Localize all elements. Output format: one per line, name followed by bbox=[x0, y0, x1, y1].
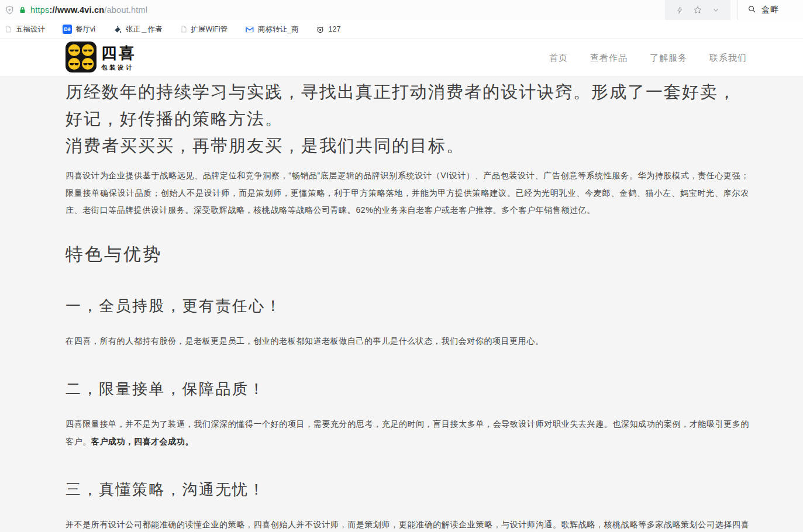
url-host: ://www.4vi.cn bbox=[49, 5, 104, 15]
paint-bucket-icon bbox=[113, 25, 122, 34]
url-text[interactable]: https://www.4vi.cn/about.html bbox=[30, 5, 147, 15]
bookmark-wufu-design[interactable]: 五福设计 bbox=[5, 25, 45, 34]
feature-section-3: 三，真懂策略，沟通无忧！ 并不是所有设计公司都能准确的读懂企业的策略，四喜创始人… bbox=[66, 479, 749, 532]
chevron-down-icon[interactable] bbox=[712, 6, 720, 14]
browser-search-box[interactable]: 盒畔 bbox=[737, 0, 803, 20]
feature-heading-1: 一，全员持股，更有责任心！ bbox=[66, 296, 749, 316]
nav-services[interactable]: 了解服务 bbox=[650, 53, 687, 64]
feature-body-3: 并不是所有设计公司都能准确的读懂企业的策略，四喜创始人并不设计师，而是策划师，更… bbox=[66, 516, 749, 532]
sixi-smiley-logo-icon bbox=[66, 42, 97, 75]
company-intro-paragraph: 四喜设计为企业提供基于战略远见、品牌定位和竞争洞察，“畅销品”底层逻辑的品牌识别… bbox=[66, 167, 749, 219]
feature-body-2: 四喜限量接单，并不是为了装逼，我们深深的懂得一个好的项目，需要充分的思考，充足的… bbox=[66, 415, 749, 450]
hero-line-1: 历经数年的持续学习与实践，寻找出真正打动消费者的设计诀窍。形成了一套好卖， bbox=[66, 78, 749, 105]
page-icon bbox=[5, 25, 12, 33]
bookmark-label: 张正＿作者 bbox=[126, 25, 163, 34]
search-icon bbox=[747, 5, 756, 16]
mail-icon bbox=[245, 26, 254, 33]
feature-heading-3: 三，真懂策略，沟通无忧！ bbox=[66, 479, 749, 500]
feature-section-1: 一，全员持股，更有责任心！ 在四喜，所有的人都持有股份，是老板更是员工，创业的老… bbox=[66, 296, 749, 350]
nav-contact[interactable]: 联系我们 bbox=[709, 53, 747, 64]
aperture-icon bbox=[316, 25, 325, 34]
browser-top-bar: https://www.4vi.cn/about.html 盒畔 bbox=[0, 0, 803, 20]
about-page-content: 历经数年的持续学习与实践，寻找出真正打动消费者的设计诀窍。形成了一套好卖， 好记… bbox=[0, 77, 803, 532]
site-header: 四喜 包装设计 首页 查看作品 了解服务 联系我们 bbox=[0, 39, 803, 77]
lightning-icon[interactable] bbox=[676, 6, 684, 15]
bookmark-label: 扩展WiFi管 bbox=[191, 25, 228, 34]
logo-subtitle: 包装设计 bbox=[101, 64, 136, 71]
hero-statement: 历经数年的持续学习与实践，寻找出真正打动消费者的设计诀窍。形成了一套好卖， 好记… bbox=[66, 78, 749, 159]
bookmark-star-icon[interactable] bbox=[693, 5, 702, 15]
url-scheme: https bbox=[30, 5, 49, 15]
feature-section-2: 二，限量接单，保障品质！ 四喜限量接单，并不是为了装逼，我们深深的懂得一个好的项… bbox=[66, 379, 749, 450]
feature-body-1: 在四喜，所有的人都持有股份，是老板更是员工，创业的老板都知道老板做自己的事儿是什… bbox=[66, 332, 749, 350]
search-query: 盒畔 bbox=[761, 5, 779, 15]
bookmark-zhangzheng-author[interactable]: 张正＿作者 bbox=[113, 25, 163, 34]
bookmark-127[interactable]: 127 bbox=[316, 25, 340, 34]
bookmark-trademark-transfer[interactable]: 商标转让_商 bbox=[245, 25, 298, 34]
page-icon bbox=[180, 25, 188, 33]
nav-home[interactable]: 首页 bbox=[549, 53, 568, 64]
bookmark-label: 五福设计 bbox=[16, 25, 45, 34]
url-path: /about.html bbox=[104, 5, 147, 15]
nav-portfolio[interactable]: 查看作品 bbox=[590, 53, 628, 64]
feature-heading-2: 二，限量接单，保障品质！ bbox=[66, 379, 749, 399]
bookmark-canting-vi[interactable]: Bē 餐厅vi bbox=[63, 25, 95, 34]
bookmark-label: 餐厅vi bbox=[75, 25, 95, 34]
bookmarks-bar: 五福设计 Bē 餐厅vi 张正＿作者 扩展WiFi管 商标转让_商 127 bbox=[0, 20, 803, 39]
hero-line-2: 好记，好传播的策略方法。 bbox=[66, 105, 749, 132]
logo-wordmark: 四喜 包装设计 bbox=[101, 46, 136, 71]
section-title-features: 特色与优势 bbox=[66, 243, 749, 267]
toolbar-right: 盒畔 bbox=[665, 0, 803, 20]
bookmark-label: 127 bbox=[328, 25, 340, 33]
bookmark-wifi-extend[interactable]: 扩展WiFi管 bbox=[180, 25, 228, 34]
shield-add-icon[interactable] bbox=[5, 5, 15, 15]
hero-line-3: 消费者买买买，再带朋友买，是我们共同的目标。 bbox=[66, 132, 749, 159]
lock-icon[interactable] bbox=[19, 6, 26, 14]
bookmark-label: 商标转让_商 bbox=[258, 25, 298, 34]
main-nav: 首页 查看作品 了解服务 联系我们 bbox=[549, 53, 747, 64]
toolbar-icon-cluster bbox=[665, 0, 730, 20]
address-bar[interactable]: https://www.4vi.cn/about.html bbox=[5, 5, 147, 15]
logo-name: 四喜 bbox=[101, 46, 136, 61]
behance-icon: Bē bbox=[63, 25, 72, 34]
site-logo[interactable]: 四喜 包装设计 bbox=[66, 42, 136, 75]
